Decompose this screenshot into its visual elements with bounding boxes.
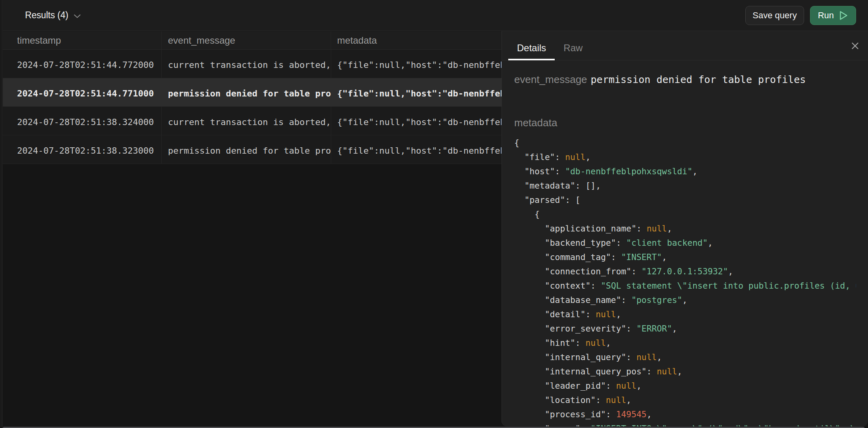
column-header-metadata[interactable]: metadata <box>331 31 502 49</box>
close-panel-button[interactable] <box>848 39 862 53</box>
cell-event_message: permission denied for table profiles <box>162 78 331 106</box>
run-button-label: Run <box>818 10 834 21</box>
cell-timestamp: 2024-07-28T02:51:38.323000 <box>3 135 162 164</box>
cell-timestamp: 2024-07-28T02:51:44.772000 <box>3 50 162 78</box>
table-header-row: timestampevent_messagemetadata <box>3 31 502 50</box>
cell-metadata: {"file":null,"host":"db-nenbffeblpohxsqw… <box>331 78 502 106</box>
cell-metadata: {"file":null,"host":"db-nenbffeblpohxsqw… <box>331 135 502 164</box>
results-count-label: Results (4) <box>25 10 68 21</box>
metadata-json-viewer[interactable]: { "file": null, "host": "db-nenbffeblpoh… <box>514 136 856 426</box>
column-header-event_message[interactable]: event_message <box>162 31 331 49</box>
log-details-panel: DetailsRaw event_message permission deni… <box>502 31 868 426</box>
cell-event_message: current transaction is aborted, commands… <box>162 107 331 135</box>
run-query-button[interactable]: Run <box>810 6 856 25</box>
tab-details[interactable]: Details <box>508 36 555 60</box>
cell-event_message: permission denied for table profiles <box>162 135 331 164</box>
play-icon <box>839 10 848 21</box>
event-message-value: permission denied for table profiles <box>591 74 806 85</box>
results-dropdown[interactable]: Results (4) <box>25 0 81 31</box>
table-row[interactable]: 2024-07-28T02:51:38.323000permission den… <box>3 135 502 164</box>
metadata-label: metadata <box>514 117 557 129</box>
left-pane-edge <box>0 0 2 428</box>
results-toolbar: Results (4) Save query Run <box>3 0 868 31</box>
table-row[interactable]: 2024-07-28T02:51:44.771000permission den… <box>3 78 502 107</box>
cell-metadata: {"file":null,"host":"db-nenbffeblpohxsqw… <box>331 107 502 135</box>
cell-timestamp: 2024-07-28T02:51:38.324000 <box>3 107 162 135</box>
cell-metadata: {"file":null,"host":"db-nenbffeblpohxsqw… <box>331 50 502 78</box>
table-row[interactable]: 2024-07-28T02:51:38.324000current transa… <box>3 107 502 135</box>
event-message-field: event_message permission denied for tabl… <box>514 73 806 86</box>
close-icon <box>852 42 858 49</box>
toolbar-actions: Save query Run <box>745 6 856 25</box>
details-panel-tabs: DetailsRaw <box>502 31 868 60</box>
results-table: timestampevent_messagemetadata 2024-07-2… <box>3 31 502 164</box>
chevron-down-icon <box>74 14 81 18</box>
table-row[interactable]: 2024-07-28T02:51:44.772000current transa… <box>3 50 502 78</box>
save-query-button[interactable]: Save query <box>745 6 804 25</box>
cell-timestamp: 2024-07-28T02:51:44.771000 <box>3 78 162 106</box>
column-header-timestamp[interactable]: timestamp <box>3 31 162 49</box>
cell-event_message: current transaction is aborted, commands… <box>162 50 331 78</box>
tab-raw[interactable]: Raw <box>555 36 591 60</box>
event-message-label: event_message <box>514 73 587 86</box>
